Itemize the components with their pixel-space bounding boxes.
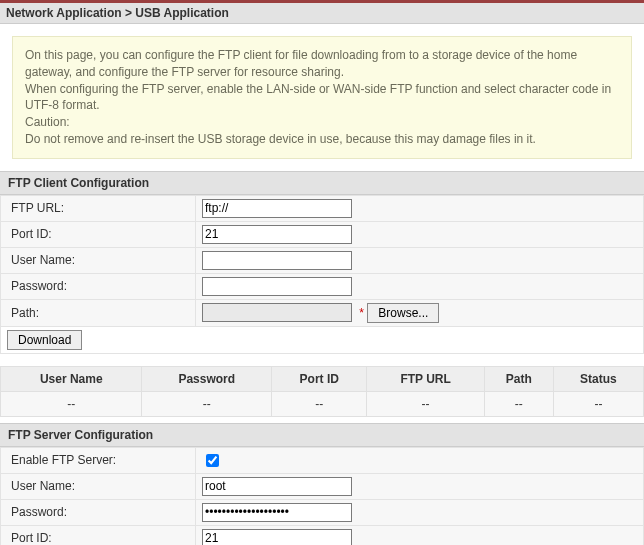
client-username-input[interactable] xyxy=(202,251,352,270)
server-port-id-label: Port ID: xyxy=(1,525,196,545)
th-path: Path xyxy=(484,366,553,391)
table-row: -- -- -- -- -- -- xyxy=(1,391,644,416)
th-username: User Name xyxy=(1,366,142,391)
client-port-id-label: Port ID: xyxy=(1,221,196,247)
client-path-input xyxy=(202,303,352,322)
server-port-id-input[interactable] xyxy=(202,529,352,545)
th-password: Password xyxy=(142,366,272,391)
enable-ftp-checkbox[interactable] xyxy=(206,454,219,467)
info-box: On this page, you can configure the FTP … xyxy=(12,36,632,159)
th-status: Status xyxy=(553,366,643,391)
ftp-client-section-header: FTP Client Configuration xyxy=(0,171,644,195)
server-username-input[interactable] xyxy=(202,477,352,496)
th-portid: Port ID xyxy=(272,366,367,391)
ftp-server-section-header: FTP Server Configuration xyxy=(0,423,644,447)
ftp-url-input[interactable] xyxy=(202,199,352,218)
breadcrumb: Network Application > USB Application xyxy=(0,3,644,24)
server-password-input[interactable] xyxy=(202,503,352,522)
server-password-label: Password: xyxy=(1,499,196,525)
ftp-client-status-table: User Name Password Port ID FTP URL Path … xyxy=(0,366,644,417)
enable-ftp-label: Enable FTP Server: xyxy=(1,447,196,473)
client-path-label: Path: xyxy=(1,299,196,326)
ftp-server-form: Enable FTP Server: User Name: Password: … xyxy=(0,447,644,545)
server-username-label: User Name: xyxy=(1,473,196,499)
required-asterisk: * xyxy=(359,306,364,320)
client-password-input[interactable] xyxy=(202,277,352,296)
client-password-label: Password: xyxy=(1,273,196,299)
download-button[interactable]: Download xyxy=(7,330,82,350)
client-port-id-input[interactable] xyxy=(202,225,352,244)
client-username-label: User Name: xyxy=(1,247,196,273)
ftp-url-label: FTP URL: xyxy=(1,195,196,221)
th-ftpurl: FTP URL xyxy=(367,366,484,391)
browse-button[interactable]: Browse... xyxy=(367,303,439,323)
ftp-client-form: FTP URL: Port ID: User Name: Password: P… xyxy=(0,195,644,354)
